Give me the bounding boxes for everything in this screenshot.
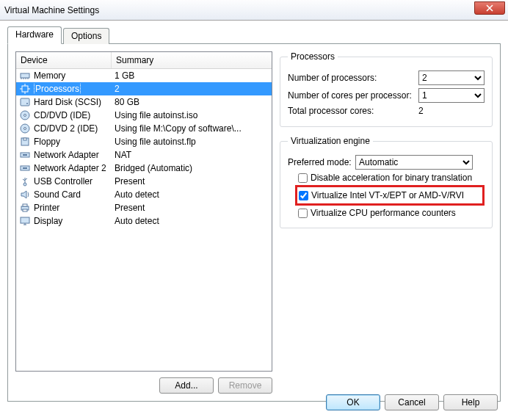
help-button[interactable]: Help	[443, 394, 498, 410]
device-name: Printer	[34, 203, 59, 213]
sound-icon	[19, 189, 31, 200]
svg-rect-16	[23, 204, 27, 206]
device-summary: Using file autoinst.iso	[115, 110, 269, 120]
svg-point-7	[24, 128, 26, 130]
num-processors-label: Number of processors:	[288, 73, 418, 83]
cd-icon	[19, 123, 31, 134]
add-button[interactable]: Add...	[159, 377, 214, 394]
device-summary: Present	[115, 203, 269, 213]
cd-icon	[19, 109, 31, 121]
device-summary: Present	[115, 176, 269, 187]
svg-point-3	[26, 103, 28, 104]
svg-rect-11	[23, 154, 27, 156]
tab-body: Device Summary Memory1 GBProcessors2Hard…	[7, 43, 501, 402]
tab-strip: Hardware Options	[7, 26, 501, 44]
ok-button[interactable]: OK	[326, 394, 380, 410]
device-name: Hard Disk (SCSI)	[34, 97, 101, 107]
tab-hardware[interactable]: Hardware	[7, 26, 62, 44]
cores-per-proc-label: Number of cores per processor:	[288, 90, 418, 101]
device-row[interactable]: Processors2	[16, 82, 272, 95]
virtualize-vt-checkbox[interactable]	[299, 191, 308, 200]
device-row[interactable]: PrinterPresent	[16, 201, 272, 214]
nic-icon	[19, 149, 31, 161]
svg-rect-1	[22, 86, 28, 92]
svg-point-14	[23, 183, 26, 186]
usb-icon	[19, 175, 31, 187]
device-summary: Auto detect	[115, 189, 269, 200]
device-row[interactable]: DisplayAuto detect	[16, 214, 272, 228]
close-button[interactable]	[474, 1, 505, 15]
preferred-mode-select[interactable]: Automatic	[355, 155, 473, 170]
device-summary: 1 GB	[115, 70, 269, 81]
device-summary: 2	[115, 84, 269, 94]
device-name: CD/DVD (IDE)	[34, 110, 90, 120]
device-row[interactable]: Sound CardAuto detect	[16, 188, 272, 201]
device-summary: Auto detect	[115, 216, 269, 226]
device-row[interactable]: Hard Disk (SCSI)80 GB	[16, 95, 272, 109]
hdd-icon	[19, 96, 31, 108]
cores-per-proc-select[interactable]: 1	[418, 88, 485, 103]
tab-options[interactable]: Options	[63, 28, 109, 44]
svg-rect-9	[23, 138, 26, 140]
device-name: Floppy	[34, 137, 60, 147]
svg-rect-17	[23, 209, 27, 211]
cpu-icon	[19, 83, 31, 95]
display-icon	[19, 215, 31, 227]
total-cores-value: 2	[418, 106, 485, 116]
virtualization-group: Virtualization engine Preferred mode: Au…	[280, 136, 493, 228]
device-name: Sound Card	[34, 189, 81, 200]
svg-rect-2	[21, 98, 29, 106]
device-name: Processors	[34, 84, 81, 94]
device-name: Display	[34, 216, 62, 226]
svg-point-5	[24, 115, 26, 117]
printer-icon	[19, 202, 31, 214]
num-processors-select[interactable]: 2	[418, 70, 485, 85]
total-cores-label: Total processor cores:	[288, 106, 418, 116]
processors-legend: Processors	[288, 51, 338, 62]
perf-counters-checkbox[interactable]	[298, 209, 308, 218]
device-list-header: Device Summary	[16, 52, 272, 69]
window-title: Virtual Machine Settings	[4, 5, 99, 15]
preferred-mode-label: Preferred mode:	[288, 157, 355, 167]
device-name: Memory	[34, 70, 65, 81]
device-summary: Using file autoinst.flp	[115, 137, 269, 147]
floppy-icon	[19, 136, 31, 148]
device-row[interactable]: CD/DVD (IDE)Using file autoinst.iso	[16, 109, 272, 122]
device-name: USB Controller	[34, 176, 92, 187]
remove-button[interactable]: Remove	[218, 377, 272, 394]
device-summary: NAT	[115, 150, 269, 160]
cancel-button[interactable]: Cancel	[385, 394, 439, 410]
device-row[interactable]: Network Adapter 2Bridged (Automatic)	[16, 162, 272, 175]
device-row[interactable]: CD/DVD 2 (IDE)Using file M:\Copy of soft…	[16, 122, 272, 135]
svg-rect-0	[21, 73, 29, 78]
processors-group: Processors Number of processors: 2 Numbe…	[280, 51, 493, 127]
col-device[interactable]: Device	[16, 52, 112, 68]
device-row[interactable]: FloppyUsing file autoinst.flp	[16, 135, 272, 148]
svg-rect-13	[23, 167, 27, 169]
device-row[interactable]: Memory1 GB	[16, 69, 272, 82]
virtualization-legend: Virtualization engine	[288, 136, 373, 146]
device-row[interactable]: Network AdapterNAT	[16, 148, 272, 162]
perf-counters-label: Virtualize CPU performance counters	[311, 208, 456, 218]
device-summary: Bridged (Automatic)	[115, 163, 269, 173]
device-summary: Using file M:\Copy of software\...	[115, 123, 269, 134]
device-name: CD/DVD 2 (IDE)	[34, 123, 98, 134]
nic-icon	[19, 162, 31, 174]
memory-icon	[19, 70, 31, 82]
svg-rect-18	[21, 217, 29, 223]
device-name: Network Adapter	[34, 150, 99, 160]
title-bar: Virtual Machine Settings	[0, 0, 508, 21]
disable-accel-checkbox[interactable]	[298, 173, 308, 183]
device-row[interactable]: USB ControllerPresent	[16, 175, 272, 188]
device-summary: 80 GB	[115, 97, 269, 107]
device-list: Device Summary Memory1 GBProcessors2Hard…	[15, 51, 272, 372]
disable-accel-label: Disable acceleration for binary translat…	[311, 173, 472, 183]
close-icon	[486, 4, 493, 12]
col-summary[interactable]: Summary	[112, 52, 272, 68]
virtualize-vt-label: Virtualize Intel VT-x/EPT or AMD-V/RVI	[311, 190, 464, 200]
device-name: Network Adapter 2	[34, 163, 106, 173]
